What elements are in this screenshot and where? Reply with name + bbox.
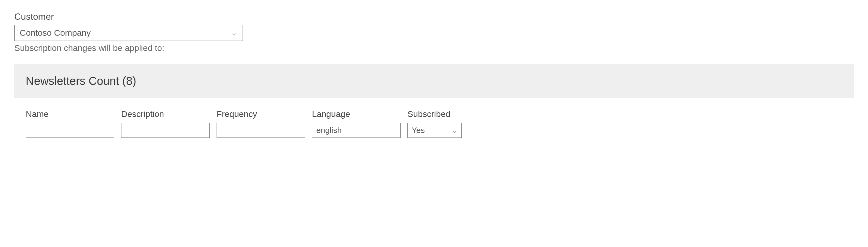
subscribed-label: Subscribed bbox=[407, 109, 462, 119]
subscribed-select-value: Yes bbox=[412, 126, 425, 135]
filter-col-frequency: Frequency bbox=[217, 109, 305, 138]
filter-col-name: Name bbox=[26, 109, 114, 138]
frequency-label: Frequency bbox=[217, 109, 305, 119]
customer-select[interactable]: Contoso Company bbox=[14, 25, 243, 41]
name-input[interactable] bbox=[26, 123, 114, 138]
description-label: Description bbox=[121, 109, 210, 119]
chevron-down-icon bbox=[452, 127, 458, 133]
customer-field: Customer Contoso Company Subscription ch… bbox=[14, 11, 854, 53]
section-title: Newsletters Count (8) bbox=[26, 74, 842, 88]
name-label: Name bbox=[26, 109, 114, 119]
section-header: Newsletters Count (8) bbox=[14, 64, 854, 98]
customer-select-value: Contoso Company bbox=[20, 28, 91, 38]
customer-helper-text: Subscription changes will be applied to: bbox=[14, 43, 854, 53]
description-input[interactable] bbox=[121, 123, 210, 138]
frequency-input[interactable] bbox=[217, 123, 305, 138]
filter-row: Name Description Frequency Language Subs… bbox=[14, 109, 854, 138]
language-label: Language bbox=[312, 109, 401, 119]
customer-label: Customer bbox=[14, 11, 854, 22]
language-input[interactable] bbox=[312, 123, 401, 138]
chevron-down-icon bbox=[231, 30, 238, 36]
filter-col-subscribed: Subscribed Yes bbox=[407, 109, 462, 138]
filter-col-description: Description bbox=[121, 109, 210, 138]
filter-col-language: Language bbox=[312, 109, 401, 138]
subscribed-select[interactable]: Yes bbox=[407, 123, 462, 138]
